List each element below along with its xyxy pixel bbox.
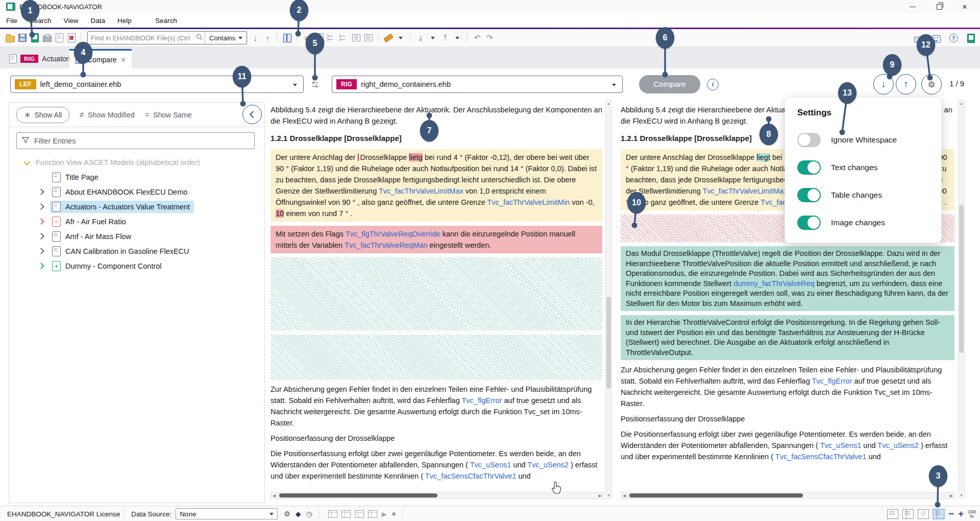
- left-file-dropdown[interactable]: LEF left_demo_container.ehb: [10, 76, 304, 93]
- swap-sides-icon[interactable]: [308, 79, 322, 91]
- menu-data[interactable]: Data: [85, 17, 112, 25]
- doc-link[interactable]: Tvc_uSens1: [820, 441, 862, 449]
- stop-icon[interactable]: ■: [392, 510, 396, 517]
- menu-view[interactable]: View: [58, 17, 85, 25]
- map-grid-icon[interactable]: [328, 510, 337, 518]
- compare-button[interactable]: Compare: [639, 75, 700, 93]
- collapse-all-icon[interactable]: [338, 32, 350, 44]
- doc-link[interactable]: Tvc_uSens2: [877, 441, 919, 449]
- find-previous-icon[interactable]: ↑: [261, 32, 274, 44]
- chevron-right-icon[interactable]: [38, 233, 44, 240]
- redo-icon[interactable]: ↷: [483, 32, 496, 44]
- toggle-table-changes[interactable]: [797, 188, 821, 202]
- tree-item[interactable]: −Afr - Air Fuel Ratio: [9, 214, 264, 229]
- open-ehandbook-icon[interactable]: [29, 32, 41, 44]
- split-view-icon[interactable]: [902, 509, 914, 519]
- doc-link[interactable]: Tvc_facSensCfacThrValve1: [775, 453, 867, 461]
- compare-settings-button[interactable]: ⚙: [921, 74, 942, 94]
- timer-icon[interactable]: ◷: [306, 510, 312, 518]
- ehandbook-icon[interactable]: [965, 32, 977, 44]
- export-icon[interactable]: ⤒: [439, 32, 451, 44]
- right-horizontal-scrollbar[interactable]: ◀ ▶: [621, 492, 955, 499]
- next-change-button[interactable]: ↓: [873, 74, 894, 94]
- chevron-right-icon[interactable]: [38, 248, 44, 254]
- highlighter-dropdown-icon[interactable]: [395, 32, 407, 44]
- close-button[interactable]: ✕: [953, 0, 976, 13]
- data-source-icon[interactable]: ◆: [296, 510, 301, 518]
- tree-item[interactable]: Actuators - Actuators Value Treatment: [9, 199, 264, 214]
- find-next-icon[interactable]: ↓: [249, 32, 261, 44]
- minimize-button[interactable]: [901, 0, 924, 13]
- gear-icon[interactable]: ⚙: [284, 510, 290, 518]
- chevron-right-icon[interactable]: [38, 263, 44, 269]
- help-icon[interactable]: ?: [947, 32, 960, 44]
- show-all-button[interactable]: ∗ Show All: [16, 107, 69, 123]
- doc-link[interactable]: Tvc_facThrValveLimitMax: [379, 187, 463, 195]
- chevron-right-icon[interactable]: [38, 188, 44, 195]
- info-icon[interactable]: i: [707, 79, 719, 90]
- map-grid-x-icon[interactable]: [341, 510, 351, 518]
- save-icon[interactable]: [16, 32, 29, 44]
- toc-icon[interactable]: [350, 32, 362, 44]
- tree-item[interactable]: About EHANDBOOK FlexECU Demo: [9, 184, 264, 199]
- doc-link[interactable]: Tvc_flgError: [462, 396, 502, 405]
- menu-search-2[interactable]: Search: [149, 17, 183, 25]
- open-folder-icon[interactable]: [4, 32, 16, 44]
- doc-link[interactable]: Tvc_uSens1: [470, 461, 511, 469]
- document-view-icon[interactable]: [887, 509, 898, 519]
- filter-entries-input[interactable]: [33, 136, 254, 146]
- tab-actuators[interactable]: RIG Actuators: [3, 49, 79, 68]
- toggle-ignore-whitespace[interactable]: [797, 133, 821, 147]
- doc-link[interactable]: Tvc_facThrValveLimitMin: [487, 198, 570, 206]
- right-file-dropdown[interactable]: RIG right_demo_containers.ehb: [332, 76, 623, 93]
- undo-icon[interactable]: ↶: [471, 32, 483, 44]
- menu-file[interactable]: File: [0, 17, 23, 25]
- doc-link[interactable]: Tvc_facThrValveLimitMax: [702, 187, 787, 195]
- tree-item[interactable]: CAN Calibration in Gasoline FlexECU: [9, 244, 264, 258]
- doc-link[interactable]: Tvc_facThrValveReqMan: [345, 241, 428, 249]
- zoom-out-icon[interactable]: −: [948, 508, 954, 519]
- left-document-pane[interactable]: Abbildung 5.4 zeigt die Hierarchieebene …: [271, 100, 602, 496]
- person-view-icon[interactable]: [918, 509, 929, 519]
- tree-root[interactable]: Function View ASCET Models (alphabetical…: [9, 155, 264, 170]
- export-document-icon[interactable]: [53, 32, 65, 44]
- import-dropdown-icon[interactable]: [427, 32, 439, 44]
- tree-item[interactable]: Title Page: [9, 170, 264, 184]
- play-icon[interactable]: ▶: [382, 510, 387, 518]
- chevron-right-icon[interactable]: [38, 203, 44, 210]
- print-icon[interactable]: [41, 32, 53, 44]
- collapse-sidebar-button[interactable]: [242, 105, 262, 124]
- menu-help[interactable]: Help: [111, 17, 138, 25]
- export-pdf-icon[interactable]: [65, 32, 78, 44]
- toggle-image-changes[interactable]: [797, 216, 821, 230]
- restore-button[interactable]: [928, 0, 950, 13]
- match-mode-dropdown[interactable]: Contains: [205, 32, 247, 44]
- highlighter-icon[interactable]: [382, 32, 395, 44]
- toggle-text-changes[interactable]: [797, 160, 821, 175]
- left-vertical-scrollbar[interactable]: ▲ ▼: [605, 100, 612, 499]
- import-icon[interactable]: ⤓: [414, 32, 427, 44]
- show-modified-button[interactable]: ≠ Show Modified: [80, 110, 135, 120]
- map-grid-lab-icon[interactable]: [355, 510, 364, 518]
- compare-view-icon[interactable]: [933, 509, 944, 519]
- previous-change-button[interactable]: ↑: [896, 74, 916, 94]
- show-same-button[interactable]: = Show Same: [145, 110, 192, 120]
- doc-link[interactable]: Tvc_flgError: [812, 377, 852, 385]
- close-toc-icon[interactable]: [362, 32, 375, 44]
- data-source-dropdown[interactable]: None: [176, 508, 278, 519]
- doc-link[interactable]: Tvc_uSens2: [527, 461, 569, 469]
- compare-toolbar-icon[interactable]: [281, 32, 293, 44]
- zoom-in-icon[interactable]: +: [958, 508, 964, 519]
- tree-item[interactable]: +Dummy - Component Control: [9, 258, 264, 273]
- export-dropdown-icon[interactable]: [451, 32, 463, 44]
- expand-all-icon[interactable]: [326, 32, 338, 44]
- chevron-right-icon[interactable]: [38, 218, 44, 225]
- find-input[interactable]: [88, 34, 194, 42]
- doc-link[interactable]: Tvc_facSensCfacThrValve1: [425, 472, 517, 480]
- close-tab-icon[interactable]: ×: [121, 55, 126, 64]
- doc-link[interactable]: dummy_facThrValveReq: [733, 279, 815, 288]
- right-vertical-scrollbar[interactable]: ▲ ▼: [958, 100, 965, 499]
- tree-item[interactable]: Amf - Air Mass Flow: [9, 229, 264, 244]
- doc-link[interactable]: Tvc_flgThrValveReqOverride: [346, 230, 440, 238]
- map-grid-sync-icon[interactable]: [368, 510, 377, 518]
